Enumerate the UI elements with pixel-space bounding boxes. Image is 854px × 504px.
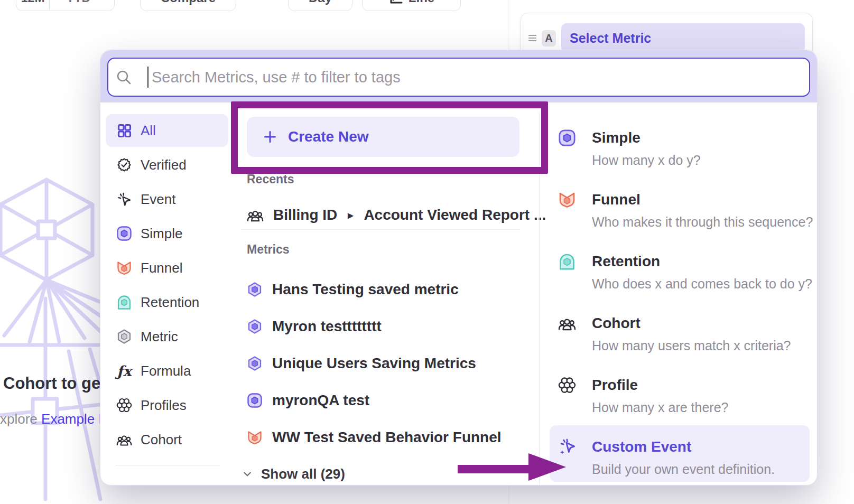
saved-metric-icon: [247, 282, 263, 297]
recent-item-row[interactable]: Billing ID ▸ Account Viewed Report ...: [247, 203, 546, 227]
cohort-people-icon: [247, 207, 264, 223]
grid-icon: [116, 123, 132, 138]
saved-metric-icon: [116, 329, 132, 344]
retention-icon: [558, 253, 576, 270]
type-simple[interactable]: Simple: [592, 130, 640, 146]
tag-icon: [116, 484, 132, 485]
type-profile-desc: How many x are there?: [592, 400, 728, 414]
sidebar-item-simple[interactable]: Simple: [106, 217, 228, 250]
type-funnel-desc: Who makes it through this sequence?: [592, 215, 813, 229]
text-cursor: [147, 67, 148, 88]
metric-list-item[interactable]: myronQA test: [247, 389, 369, 412]
metrics-heading: Metrics: [247, 242, 290, 257]
wireframe-illustration: [0, 177, 106, 504]
recents-metrics-divider: [240, 229, 521, 230]
funnel-icon: [116, 260, 132, 276]
profiles-flower-icon: [116, 397, 132, 413]
sidebar-item-verified[interactable]: Verified: [106, 148, 228, 181]
verified-badge-icon: [116, 157, 132, 173]
example-reports-link[interactable]: Example R: [41, 411, 108, 427]
chevron-down-icon: [95, 0, 103, 2]
recents-heading: Recents: [247, 172, 294, 186]
sidebar-item-metric[interactable]: Metric: [106, 320, 228, 353]
event-cursor-icon: [116, 191, 132, 207]
saved-metric-icon: [247, 356, 263, 371]
empty-state-heading: Cohort to ge: [3, 374, 100, 393]
sidebar-item-all[interactable]: All: [106, 114, 228, 147]
select-metric-field[interactable]: Select Metric: [561, 23, 805, 53]
metric-list-item[interactable]: Unique Users Saving Metrics: [247, 352, 476, 375]
type-cohort[interactable]: Cohort: [592, 315, 640, 331]
type-custom-event[interactable]: Custom Event: [592, 439, 691, 455]
show-all-toggle[interactable]: Show all (29): [242, 463, 345, 484]
screen: 12M YTD Compare Day Line A Select Metric…: [0, 0, 854, 504]
sidebar-item-tags-partial[interactable]: T: [106, 476, 228, 485]
time-range-segmented-control[interactable]: 12M YTD: [16, 0, 115, 11]
type-profile[interactable]: Profile: [592, 377, 638, 393]
chart-type-line-button[interactable]: Line: [362, 0, 461, 11]
chevron-down-icon: [242, 469, 253, 479]
retention-icon: [116, 294, 132, 310]
search-input[interactable]: Search Metrics, use # to filter to tags: [107, 58, 810, 97]
sidebar-item-profiles[interactable]: Profiles: [106, 389, 228, 422]
annotation-arrow: [453, 447, 569, 484]
type-retention[interactable]: Retention: [592, 254, 660, 269]
drag-handle-icon[interactable]: [528, 35, 536, 41]
funnel-icon: [558, 191, 576, 209]
sidebar-item-formula[interactable]: ƒx Formula: [106, 354, 228, 387]
profiles-flower-icon: [558, 376, 576, 394]
sidebar-divider: [115, 465, 220, 465]
search-placeholder: Search Metrics, use # to filter to tags: [152, 69, 401, 86]
sidebar-item-retention[interactable]: Retention: [106, 286, 228, 319]
empty-state-explore: xplore Example R: [0, 411, 108, 427]
simple-metric-icon: [558, 129, 576, 147]
type-custom-event-desc: Build your own event definition.: [592, 462, 775, 476]
simple-metric-icon: [247, 393, 263, 408]
metric-list-item[interactable]: WW Test Saved Behavior Funnel: [247, 426, 502, 449]
search-icon: [116, 69, 132, 85]
type-cohort-desc: How many users match x criteria?: [592, 339, 791, 352]
metric-list-item[interactable]: Hans Testing saved metric: [247, 278, 459, 301]
breadcrumb-arrow-icon: ▸: [348, 209, 353, 221]
time-range-ytd[interactable]: YTD: [55, 0, 114, 11]
funnel-icon: [247, 430, 263, 445]
annotation-highlight-box: [231, 101, 548, 174]
time-range-12m[interactable]: 12M: [16, 0, 50, 11]
cohort-people-icon: [116, 432, 132, 447]
sidebar-item-funnel[interactable]: Funnel: [106, 251, 228, 284]
metric-list-item[interactable]: Myron testttttttt: [247, 315, 382, 338]
series-badge: A: [542, 30, 556, 46]
sidebar-item-event[interactable]: Event: [106, 183, 228, 216]
formula-icon: ƒx: [116, 363, 132, 379]
simple-metric-icon: [116, 226, 132, 241]
type-simple-desc: How many x do y?: [592, 153, 701, 167]
type-retention-desc: Who does x and comes back to do y?: [592, 277, 812, 291]
sidebar-item-cohort[interactable]: Cohort: [106, 423, 228, 456]
type-funnel[interactable]: Funnel: [592, 192, 640, 208]
cohort-people-icon: [558, 314, 576, 332]
saved-metric-icon: [247, 319, 263, 334]
compare-button[interactable]: Compare: [140, 0, 236, 11]
granularity-day-button[interactable]: Day: [288, 0, 352, 11]
line-chart-icon: [388, 0, 403, 5]
